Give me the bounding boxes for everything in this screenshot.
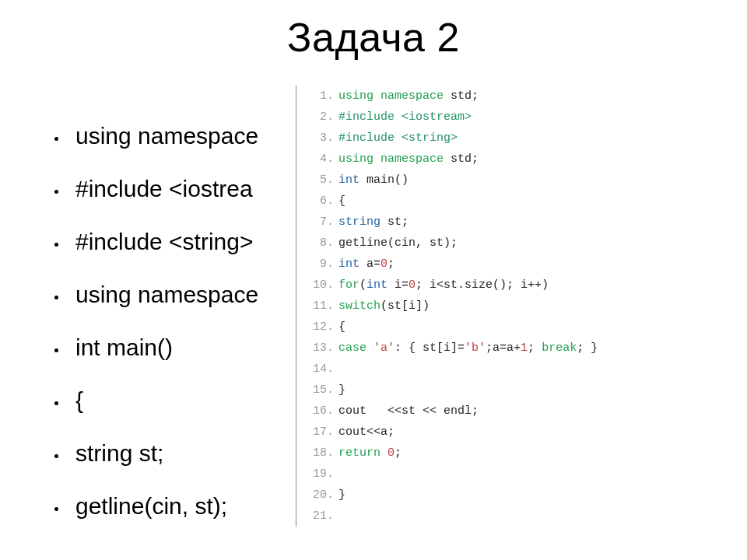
list-item: #include <string> bbox=[54, 230, 303, 254]
code-line: 16.cout <<st << endl; bbox=[312, 401, 598, 422]
list-item-text: #include <iostrea bbox=[75, 177, 253, 201]
code-token: <<a; bbox=[366, 425, 395, 439]
code-token: ( bbox=[359, 278, 366, 292]
code-token: ; bbox=[388, 257, 395, 271]
code-token: namespace bbox=[381, 89, 444, 103]
code-line: 1.using namespace std; bbox=[312, 86, 598, 107]
list-item: getline(cin, st); bbox=[54, 495, 303, 518]
list-item-text: getline(cin, st); bbox=[75, 495, 227, 518]
list-item-text: using namespace bbox=[75, 124, 258, 148]
code-token: cout bbox=[338, 404, 366, 418]
code-token: 'b' bbox=[465, 341, 486, 355]
line-number: 19. bbox=[312, 464, 334, 485]
line-number: 18. bbox=[312, 443, 334, 464]
code-line: 21. bbox=[312, 506, 598, 527]
bullet-dot-icon bbox=[54, 348, 58, 352]
line-number: 20. bbox=[312, 485, 334, 506]
bullet-dot-icon bbox=[54, 296, 58, 299]
list-item-text: using namespace bbox=[75, 283, 258, 306]
code-token: break bbox=[542, 341, 577, 355]
code-token bbox=[338, 467, 345, 481]
code-token: 'a' bbox=[374, 341, 395, 355]
code-token: string bbox=[338, 215, 381, 229]
code-line: 3.#include <string> bbox=[312, 128, 598, 149]
code-token bbox=[338, 362, 345, 376]
code-token bbox=[338, 509, 345, 523]
code-token: int bbox=[338, 173, 359, 187]
code-line: 2.#include <iostream> bbox=[312, 107, 598, 128]
code-token: getline bbox=[338, 236, 388, 250]
bullet-list: using namespace#include <iostrea#include… bbox=[54, 124, 303, 548]
code-token: 0 bbox=[409, 278, 416, 292]
code-token: : { st[i]= bbox=[395, 341, 465, 355]
line-number: 6. bbox=[312, 191, 334, 212]
code-token: using bbox=[338, 152, 374, 166]
line-number: 17. bbox=[312, 422, 334, 443]
code-token: #include <iostream> bbox=[338, 110, 472, 124]
code-token: #include <string> bbox=[338, 131, 458, 145]
code-token: st; bbox=[381, 215, 409, 229]
code-token: ; } bbox=[577, 341, 598, 355]
line-number: 3. bbox=[312, 128, 334, 149]
code-line: 14. bbox=[312, 359, 598, 380]
code-token: switch bbox=[338, 299, 381, 313]
code-token: { bbox=[338, 194, 345, 208]
list-item: #include <iostrea bbox=[54, 177, 303, 201]
code-token: (cin, st); bbox=[388, 236, 458, 250]
code-token bbox=[374, 89, 381, 103]
bullet-dot-icon bbox=[54, 137, 58, 141]
code-token bbox=[374, 152, 381, 166]
code-token: int bbox=[338, 257, 359, 271]
line-number: 12. bbox=[312, 317, 334, 338]
line-number: 9. bbox=[312, 254, 334, 275]
code-token: using bbox=[338, 89, 374, 103]
code-token: ;a=a+ bbox=[486, 341, 521, 355]
list-item: int main() bbox=[54, 336, 303, 359]
code-line: 8.getline(cin, st); bbox=[312, 233, 598, 254]
line-number: 21. bbox=[312, 506, 334, 527]
line-number: 15. bbox=[312, 380, 334, 401]
code-token: a= bbox=[359, 257, 381, 271]
list-item-text: #include <string> bbox=[75, 230, 254, 254]
list-item: string st; bbox=[54, 442, 303, 465]
bullet-dot-icon bbox=[54, 507, 58, 511]
code-line: 7.string st; bbox=[312, 212, 598, 233]
code-line: 12.{ bbox=[312, 317, 598, 338]
code-token: } bbox=[338, 383, 345, 397]
code-token: { bbox=[338, 320, 345, 334]
code-line: 11.switch(st[i]) bbox=[312, 296, 598, 317]
code-token: ; bbox=[528, 341, 542, 355]
code-token: cout bbox=[338, 425, 366, 439]
code-line: 13.case 'a': { st[i]='b';a=a+1; break; } bbox=[312, 338, 598, 359]
list-item: using namespace bbox=[54, 124, 303, 148]
line-number: 5. bbox=[312, 170, 334, 191]
list-item: using namespace bbox=[54, 283, 303, 306]
code-token: case bbox=[338, 341, 366, 355]
list-item-text: string st; bbox=[75, 442, 163, 465]
line-number: 7. bbox=[312, 212, 334, 233]
list-item-text: { bbox=[75, 389, 83, 412]
line-number: 4. bbox=[312, 149, 334, 170]
code-token: ; bbox=[395, 446, 402, 460]
line-number: 16. bbox=[312, 401, 334, 422]
code-token: return bbox=[338, 446, 381, 460]
code-token: std; bbox=[444, 89, 479, 103]
code-line: 10.for(int i=0; i<st.size(); i++) bbox=[312, 275, 598, 296]
code-token: 0 bbox=[381, 257, 388, 271]
code-token: (st[i]) bbox=[381, 299, 430, 313]
code-token: main() bbox=[359, 173, 409, 187]
line-number: 8. bbox=[312, 233, 334, 254]
code-token: ; i<st.size(); i++) bbox=[416, 278, 549, 292]
code-line: 18.return 0; bbox=[312, 443, 598, 464]
code-token: for bbox=[338, 278, 359, 292]
line-number: 14. bbox=[312, 359, 334, 380]
line-number: 13. bbox=[312, 338, 334, 359]
slide-title: Задача 2 bbox=[0, 14, 747, 61]
line-number: 2. bbox=[312, 107, 334, 128]
code-token: namespace bbox=[381, 152, 444, 166]
code-token: i= bbox=[388, 278, 409, 292]
line-number: 11. bbox=[312, 296, 334, 317]
code-line: 6.{ bbox=[312, 191, 598, 212]
code-token: <<st << endl; bbox=[366, 404, 479, 418]
code-line: 19. bbox=[312, 464, 598, 485]
